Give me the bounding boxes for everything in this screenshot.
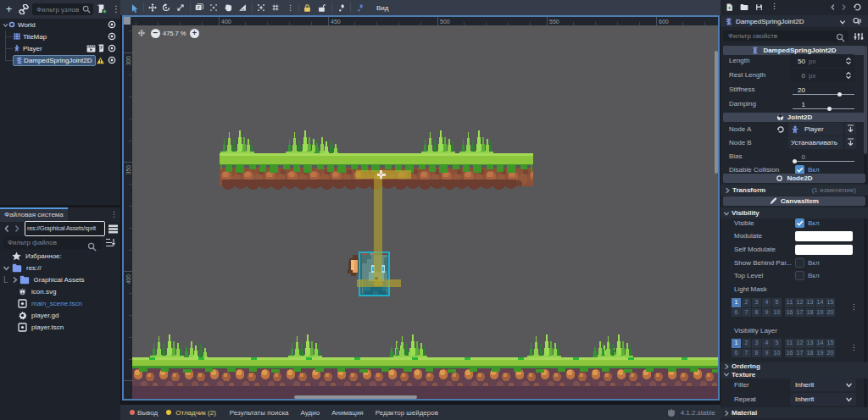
svg-text:300: 300: [125, 56, 131, 65]
svg-text:350: 350: [125, 165, 131, 174]
svg-text:400: 400: [125, 274, 131, 284]
svg-text:500: 500: [440, 19, 450, 25]
svg-text:550: 550: [549, 19, 559, 25]
svg-text:400: 400: [221, 19, 231, 25]
svg-text:600: 600: [659, 19, 669, 25]
svg-text:450: 450: [331, 19, 341, 25]
